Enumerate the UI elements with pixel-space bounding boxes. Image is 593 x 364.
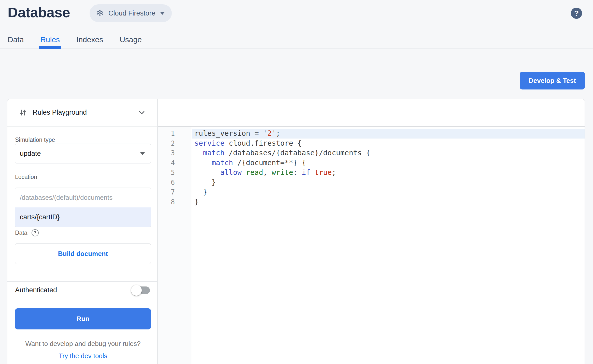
authenticated-row: Authenticated xyxy=(7,282,157,299)
editor-code-area[interactable]: rules_version = '2';service cloud.firest… xyxy=(192,127,585,364)
data-label: Data xyxy=(15,230,27,236)
run-button[interactable]: Run xyxy=(15,308,151,329)
code-token: /databases/{database}/documents { xyxy=(224,149,370,157)
code-token: , xyxy=(263,168,272,177)
help-icon: ? xyxy=(574,9,579,18)
question-circle-icon[interactable]: ? xyxy=(32,229,39,236)
editor-toolbar xyxy=(158,99,585,127)
tab-bar: DataRulesIndexesUsage xyxy=(0,31,593,49)
code-token: service xyxy=(194,139,224,147)
product-switcher[interactable]: Cloud Firestore xyxy=(90,4,172,22)
code-line[interactable]: } xyxy=(192,187,585,197)
code-line[interactable]: match /databases/{database}/documents { xyxy=(192,148,585,158)
line-number: 3 xyxy=(158,148,191,158)
location-value[interactable]: carts/{cartID} xyxy=(15,207,151,227)
authenticated-label: Authenticated xyxy=(15,286,131,294)
code-token: match xyxy=(211,159,233,167)
code-token: } xyxy=(194,178,216,187)
rules-code-editor: 12345678 rules_version = '2';service clo… xyxy=(158,99,585,364)
code-token: match xyxy=(203,149,224,157)
code-line[interactable]: rules_version = '2'; xyxy=(192,129,585,139)
code-token xyxy=(194,168,220,177)
product-switcher-label: Cloud Firestore xyxy=(108,9,156,17)
code-token xyxy=(194,159,211,167)
dev-tools-link[interactable]: Try the dev tools xyxy=(15,352,151,360)
caret-down-icon xyxy=(160,12,165,15)
line-number: 2 xyxy=(158,139,191,148)
code-token: ' xyxy=(263,129,267,138)
line-number: 5 xyxy=(158,168,191,178)
tab-indexes[interactable]: Indexes xyxy=(76,31,103,49)
code-line[interactable]: } xyxy=(192,197,585,207)
chevron-down-icon[interactable] xyxy=(138,109,146,116)
active-tab-indicator xyxy=(39,46,61,49)
code-token xyxy=(242,168,246,177)
simulation-type-select[interactable]: update xyxy=(15,144,151,163)
location-prefix: /databases/(default)/documents xyxy=(15,188,151,207)
line-number: 1 xyxy=(158,129,191,139)
code-line[interactable]: service cloud.firestore { xyxy=(192,139,585,148)
code-token: rules_version = xyxy=(194,129,263,138)
location-label: Location xyxy=(15,174,37,180)
data-section-header: Data ? xyxy=(15,229,39,236)
firestore-icon xyxy=(96,9,104,17)
rules-playground-header[interactable]: Rules Playground xyxy=(7,99,157,127)
line-number: 7 xyxy=(158,187,191,197)
line-number: 6 xyxy=(158,178,191,188)
code-token xyxy=(310,168,315,177)
simulation-type-value: update xyxy=(20,150,140,158)
code-token: } xyxy=(194,198,199,206)
code-token: ; xyxy=(332,168,336,177)
location-input[interactable]: /databases/(default)/documents carts/{ca… xyxy=(15,188,151,227)
tab-usage[interactable]: Usage xyxy=(120,31,142,49)
code-token: ; xyxy=(276,129,280,138)
code-token: if xyxy=(302,168,310,177)
code-line[interactable]: allow read, write: if true; xyxy=(192,168,585,178)
help-button[interactable]: ? xyxy=(571,8,582,19)
tab-label: Usage xyxy=(120,35,142,44)
build-document-button[interactable]: Build document xyxy=(15,243,151,264)
tab-rules[interactable]: Rules xyxy=(40,31,60,49)
code-token: ' xyxy=(272,129,276,138)
editor-gutter: 12345678 xyxy=(158,127,191,364)
code-token: read xyxy=(246,168,263,177)
select-caret-icon xyxy=(140,152,145,155)
section-divider xyxy=(7,299,157,299)
code-token: true xyxy=(315,168,332,177)
code-line[interactable]: match /{document=**} { xyxy=(192,158,585,168)
rules-playground-title: Rules Playground xyxy=(33,109,138,116)
code-token: : xyxy=(293,168,302,177)
dev-tools-question: Want to develop and debug your rules? xyxy=(15,340,151,348)
tab-label: Rules xyxy=(40,35,60,44)
rules-playground-panel: Rules Playground Simulation type update … xyxy=(7,99,158,364)
code-token xyxy=(194,149,203,157)
tab-data[interactable]: Data xyxy=(8,31,24,49)
code-line[interactable]: } xyxy=(192,178,585,188)
authenticated-toggle[interactable] xyxy=(131,285,150,296)
code-token: /{document=**} { xyxy=(233,159,306,167)
tab-label: Data xyxy=(8,35,24,44)
tab-label: Indexes xyxy=(76,35,103,44)
code-token: 2 xyxy=(267,129,272,138)
toggle-thumb xyxy=(131,285,142,296)
page-title: Database xyxy=(8,4,70,21)
line-number: 8 xyxy=(158,197,191,207)
code-token: cloud.firestore { xyxy=(224,139,302,147)
rules-content-card: Rules Playground Simulation type update … xyxy=(7,99,585,364)
simulation-type-label: Simulation type xyxy=(15,136,55,143)
code-token: write xyxy=(272,168,293,177)
line-number: 4 xyxy=(158,158,191,168)
code-token: } xyxy=(194,188,207,196)
code-token: allow xyxy=(220,168,242,177)
tune-icon xyxy=(19,109,27,117)
develop-test-button[interactable]: Develop & Test xyxy=(520,72,585,89)
